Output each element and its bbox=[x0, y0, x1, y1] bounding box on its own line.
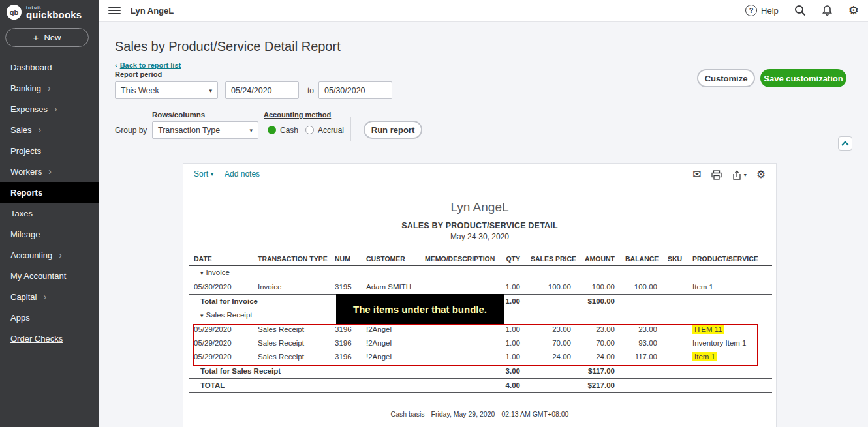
cell-type: Invoice bbox=[253, 280, 330, 295]
cash-radio-label: Cash bbox=[280, 126, 298, 135]
total-qty-cell: 4.00 bbox=[486, 379, 525, 394]
topbar-actions: ? Help ⚙ bbox=[745, 5, 859, 16]
help-icon: ? bbox=[745, 5, 757, 16]
column-header: AMOUNT bbox=[576, 252, 620, 266]
sidebar-item-taxes[interactable]: Taxes bbox=[0, 203, 99, 224]
sidebar-item-capital[interactable]: Capital› bbox=[0, 286, 99, 307]
column-header: SALES PRICE bbox=[525, 252, 576, 266]
chevron-right-icon: › bbox=[48, 167, 52, 176]
column-header: PRODUCT/SERVICE bbox=[687, 252, 772, 266]
cell-amount: 100.00 bbox=[576, 280, 620, 295]
sidebar-nav: DashboardBanking›Expenses›Sales›Projects… bbox=[0, 57, 99, 349]
date-to-input[interactable] bbox=[318, 81, 392, 99]
report-period-range: May 24-30, 2020 bbox=[183, 232, 776, 241]
save-customization-button[interactable]: Save customization bbox=[760, 69, 846, 87]
sidebar-item-my-accountant[interactable]: My Accountant bbox=[0, 265, 99, 286]
group-label: Sales Receipt bbox=[206, 311, 253, 319]
sidebar-item-projects[interactable]: Projects bbox=[0, 140, 99, 161]
new-button[interactable]: + New bbox=[5, 28, 89, 47]
sidebar-item-banking[interactable]: Banking› bbox=[0, 78, 99, 98]
period-select[interactable]: This Week ▾ bbox=[115, 81, 218, 99]
topbar: Lyn AngeL ? Help ⚙ bbox=[99, 0, 868, 22]
cell-product: Item 1 bbox=[687, 280, 772, 295]
report-toolbar: Sort ▾ Add notes ✉ ▾ ⚙ bbox=[183, 164, 776, 183]
sidebar-item-label: My Accountant bbox=[10, 271, 66, 281]
empty-cell bbox=[662, 379, 687, 394]
back-to-report-list-link[interactable]: ‹ Back to report list bbox=[115, 61, 181, 69]
cell-price: 100.00 bbox=[525, 280, 576, 295]
hamburger-menu-icon[interactable] bbox=[108, 7, 121, 14]
table-row: TOTAL4.00$217.00 bbox=[189, 379, 772, 394]
cell-num: 3195 bbox=[330, 280, 361, 295]
report-settings-gear-icon[interactable]: ⚙ bbox=[756, 169, 766, 180]
search-icon[interactable] bbox=[794, 5, 806, 16]
sidebar-item-apps[interactable]: Apps bbox=[0, 307, 99, 328]
report-footer: Cash basis Friday, May 29, 2020 02:13 AM… bbox=[183, 410, 776, 418]
report-basis: Cash basis bbox=[391, 410, 425, 418]
add-notes-button[interactable]: Add notes bbox=[225, 169, 260, 179]
settings-gear-icon[interactable]: ⚙ bbox=[848, 5, 859, 16]
table-row: 05/30/2020Invoice3195Adam SMITH1.00100.0… bbox=[189, 280, 772, 295]
sidebar-item-label: Workers bbox=[10, 167, 42, 177]
collapse-panel-button[interactable] bbox=[838, 136, 852, 151]
empty-cell bbox=[525, 295, 576, 309]
cell-customer: Adam SMITH bbox=[361, 280, 420, 295]
chevron-right-icon: › bbox=[59, 250, 62, 259]
annotation-callout: The items under that bundle. bbox=[336, 294, 504, 324]
notifications-bell-icon[interactable] bbox=[822, 5, 833, 16]
sidebar-item-label: Capital bbox=[10, 292, 37, 302]
customize-button[interactable]: Customize bbox=[697, 69, 755, 87]
sidebar-item-order-checks[interactable]: Order Checks bbox=[0, 328, 99, 349]
accrual-radio[interactable]: Accrual bbox=[305, 121, 344, 139]
total-amount-cell: $217.00 bbox=[576, 379, 620, 394]
sidebar-item-label: Sales bbox=[10, 125, 32, 135]
cell-balance: 100.00 bbox=[620, 280, 662, 295]
cell-qty: 1.00 bbox=[486, 280, 525, 295]
group-by-select[interactable]: Transaction Type ▾ bbox=[152, 121, 258, 139]
report-footer-time: 02:13 AM GMT+08:00 bbox=[501, 410, 568, 418]
report-footer-date: Friday, May 29, 2020 bbox=[431, 410, 495, 418]
email-icon[interactable]: ✉ bbox=[692, 169, 701, 180]
filter-divider bbox=[350, 117, 351, 141]
export-icon[interactable]: ▾ bbox=[732, 170, 747, 180]
date-range-to-label: to bbox=[307, 86, 314, 95]
sidebar-item-label: Accounting bbox=[10, 250, 52, 260]
report-table-head-row: DATETRANSACTION TYPENUMCUSTOMERMEMO/DESC… bbox=[189, 252, 772, 266]
sidebar-item-label: Taxes bbox=[10, 209, 33, 218]
cash-radio[interactable]: Cash bbox=[268, 121, 298, 139]
sidebar-item-workers[interactable]: Workers› bbox=[0, 161, 99, 182]
date-from-input[interactable] bbox=[225, 81, 299, 99]
sidebar-item-label: Reports bbox=[10, 188, 42, 198]
group-header-cell[interactable]: ▾Invoice bbox=[189, 266, 772, 281]
sidebar-item-expenses[interactable]: Expenses› bbox=[0, 98, 99, 119]
company-name: Lyn AngeL bbox=[131, 6, 174, 16]
sidebar-item-sales[interactable]: Sales› bbox=[0, 119, 99, 140]
sidebar-item-accounting[interactable]: Accounting› bbox=[0, 244, 99, 265]
back-chevron-icon: ‹ bbox=[115, 61, 117, 69]
sidebar-item-label: Projects bbox=[10, 146, 41, 156]
run-report-button[interactable]: Run report bbox=[364, 121, 422, 139]
empty-cell bbox=[687, 379, 772, 394]
sidebar-item-reports[interactable]: Reports bbox=[0, 182, 99, 203]
total-amount-cell: $100.00 bbox=[576, 295, 620, 309]
new-button-label: New bbox=[44, 33, 61, 42]
help-label: Help bbox=[761, 6, 779, 16]
column-header: CUSTOMER bbox=[361, 252, 420, 266]
chevron-down-icon: ▾ bbox=[249, 127, 253, 134]
plus-icon: + bbox=[33, 33, 39, 42]
sidebar: qb intuit quickbooks + New DashboardBank… bbox=[0, 0, 99, 427]
quickbooks-logo: qb intuit quickbooks bbox=[0, 0, 99, 20]
radio-selected-icon bbox=[268, 126, 276, 134]
sidebar-item-mileage[interactable]: Mileage bbox=[0, 224, 99, 244]
group-label: Invoice bbox=[206, 269, 230, 276]
sidebar-item-dashboard[interactable]: Dashboard bbox=[0, 57, 99, 78]
header-buttons: Customize Save customization bbox=[697, 69, 846, 87]
chevron-up-icon bbox=[841, 141, 849, 146]
app-window: qb intuit quickbooks + New DashboardBank… bbox=[0, 0, 868, 427]
report-company-name: Lyn AngeL bbox=[183, 200, 776, 214]
help-button[interactable]: ? Help bbox=[745, 5, 779, 16]
report-action-icons: ✉ ▾ ⚙ bbox=[692, 169, 766, 180]
print-icon[interactable] bbox=[711, 170, 722, 180]
column-header: BALANCE bbox=[620, 252, 662, 266]
sort-button[interactable]: Sort ▾ bbox=[194, 169, 213, 179]
